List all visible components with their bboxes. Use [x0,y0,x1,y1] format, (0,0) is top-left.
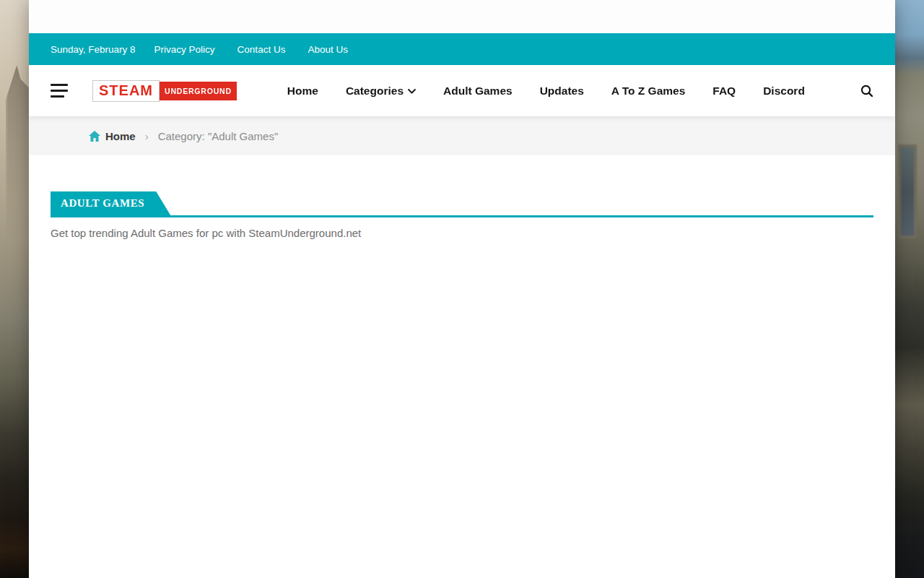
page-column: Sunday, February 8 Privacy Policy Contac… [29,0,895,578]
background-tower-silhouette [6,65,30,238]
background-building-window [898,144,917,238]
breadcrumb-separator: › [145,130,149,142]
nav-discord[interactable]: Discord [763,85,805,98]
nav-categories-label: Categories [346,85,404,98]
main-content: ADULT GAMES Get top trending Adult Games… [29,155,895,578]
nav-adult-games[interactable]: Adult Games [443,85,513,98]
section-description: Get top trending Adult Games for pc with… [51,227,873,239]
nav-categories[interactable]: Categories [346,85,416,98]
nav-home[interactable]: Home [287,85,318,98]
breadcrumb-current: Category: "Adult Games" [158,130,279,142]
top-strip [29,0,895,33]
logo-steam-text: STEAM [92,80,160,102]
breadcrumb-home-link[interactable]: Home [89,130,136,142]
topbar-link-privacy-policy[interactable]: Privacy Policy [154,44,215,55]
search-icon [860,85,873,98]
topbar-link-contact-us[interactable]: Contact Us [237,44,286,55]
chevron-down-icon [408,89,416,94]
date-text: Sunday, February 8 [51,44,136,55]
site-header: STEAM UNDERGROUND Home Categories Adult … [29,65,895,116]
home-icon [89,131,100,142]
hamburger-icon [51,84,68,86]
main-nav: Home Categories Adult Games Updates A To… [287,85,805,98]
logo-underground-text: UNDERGROUND [160,82,237,100]
topbar: Sunday, February 8 Privacy Policy Contac… [29,33,895,65]
site-logo[interactable]: STEAM UNDERGROUND [92,80,237,102]
nav-a-to-z-games[interactable]: A To Z Games [611,85,686,98]
section-title-badge: ADULT GAMES [51,191,170,215]
hamburger-icon [51,90,68,92]
search-button[interactable] [860,85,873,98]
breadcrumb: Home › Category: "Adult Games" [29,116,895,155]
breadcrumb-home-label: Home [105,130,136,142]
topbar-links: Privacy Policy Contact Us About Us [154,44,348,55]
nav-faq[interactable]: FAQ [712,85,736,98]
menu-toggle-button[interactable] [51,82,68,99]
topbar-link-about-us[interactable]: About Us [308,44,348,55]
hamburger-icon [51,95,64,98]
nav-updates[interactable]: Updates [540,85,584,98]
section-header: ADULT GAMES [51,191,873,217]
